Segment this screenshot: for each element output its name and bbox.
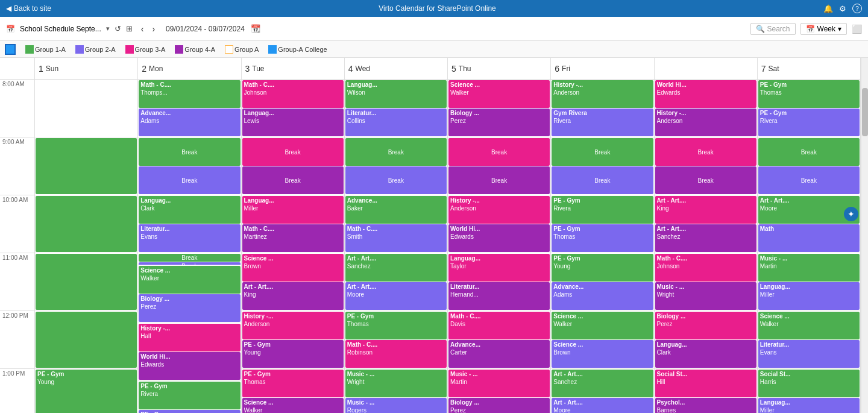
event-thu-8am-1[interactable]: Science ... Walker	[448, 80, 550, 108]
event-wed-break1b[interactable]: Break	[345, 166, 447, 194]
event-tue-10am-2[interactable]: Math - C.... Martinez	[242, 224, 344, 252]
event-sat-11am-1[interactable]: Music - ... Martin	[758, 254, 860, 282]
event-fri2-8am-2[interactable]: History -... Anderson	[655, 109, 756, 136]
event-tue-1pm-1[interactable]: PE - Gym Thomas	[242, 370, 344, 397]
week-selector[interactable]: 📅 Week ▾	[800, 23, 847, 35]
event-sat-8am-1[interactable]: PE - Gym Thomas	[758, 80, 860, 108]
event-fri-8am-1[interactable]: History -... Anderson	[552, 80, 653, 108]
event-thu-11am-1[interactable]: Languag... Taylor	[448, 254, 550, 282]
event-tue-8am-2[interactable]: Languag... Lewis	[242, 109, 344, 136]
event-mon-break1b[interactable]: Break	[139, 166, 240, 194]
next-button[interactable]: ›	[148, 23, 159, 35]
event-wed-8am-2[interactable]: Literatur... Collins	[345, 109, 447, 136]
event-fri-break1b[interactable]: Break	[552, 166, 653, 194]
event-fri2-11am-2[interactable]: Music - ... Wright	[655, 282, 756, 310]
prev-button[interactable]: ‹	[137, 23, 148, 35]
event-mon-1pm-1[interactable]: PE - Gym Rivera	[139, 382, 240, 409]
event-fri-8am-2[interactable]: Gym Rivera Rivera	[552, 109, 653, 136]
event-fri-1pm-1[interactable]: Art - Art.... Sanchez	[552, 370, 653, 397]
event-wed-1pm-2[interactable]: Music - ... Rogers	[345, 398, 447, 413]
bell-icon[interactable]: 🔔	[823, 4, 833, 13]
event-fri-10am-1[interactable]: PE - Gym Rivera	[552, 196, 653, 224]
event-wed-11am-1[interactable]: Art - Art.... Sanchez	[345, 254, 447, 282]
event-wed-12pm-1[interactable]: PE - Gym Thomas	[345, 312, 447, 339]
event-fri-12pm-2[interactable]: Science ... Brown	[552, 340, 653, 368]
event-fri2-break1[interactable]: Break	[655, 138, 756, 166]
event-fri2-1pm-2[interactable]: Psychol... Barnes	[655, 398, 756, 413]
event-wed-10am-1[interactable]: Advance... Baker	[345, 196, 447, 224]
event-fri2-10am-2[interactable]: Art - Art.... Sanchez	[655, 224, 756, 252]
event-sun-1pm-1[interactable]: PE - Gym Young	[36, 370, 137, 413]
calendar-picker-icon[interactable]: 📆	[251, 24, 260, 33]
refresh-icon[interactable]: ↺	[115, 24, 121, 33]
event-wed-12pm-2[interactable]: Math - C.... Robinson	[345, 340, 447, 368]
maximize-icon[interactable]: ⬜	[852, 24, 862, 34]
event-sat-8am-2[interactable]: PE - Gym Rivera	[758, 109, 860, 136]
event-mon-8am-2[interactable]: Advance... Adams	[139, 109, 240, 136]
event-thu-1pm-1[interactable]: Music - ... Martin	[448, 370, 550, 397]
event-wed-8am-1[interactable]: Languag... Wilson	[345, 80, 447, 108]
event-thu-8am-2[interactable]: Biology ... Perez	[448, 109, 550, 136]
event-mon-8am-1[interactable]: Math - C.... Thomps...	[139, 80, 240, 108]
event-fri-1pm-2[interactable]: Art - Art.... Moore	[552, 398, 653, 413]
event-tue-11am-2[interactable]: Art - Art.... King	[242, 282, 344, 310]
event-sat-1pm-1[interactable]: Social St... Harris	[758, 370, 860, 397]
help-icon[interactable]: ?	[852, 4, 862, 13]
event-sun-lunch[interactable]	[36, 312, 137, 368]
event-mon-10am-1[interactable]: Languag... Clark	[139, 196, 240, 224]
event-wed-1pm-1[interactable]: Music - ... Wright	[345, 370, 447, 397]
event-wed-11am-2[interactable]: Art - Art.... Moore	[345, 282, 447, 310]
event-wed-10am-2[interactable]: Math - C.... Smith	[345, 224, 447, 252]
event-thu-1pm-2[interactable]: Biology ... Perez	[448, 398, 550, 413]
back-to-site[interactable]: ◀ Back to site	[6, 4, 51, 13]
event-sat-1pm-2[interactable]: Languag... Miller	[758, 398, 860, 413]
event-wed-break1[interactable]: Break	[345, 138, 447, 166]
event-mon-11am-2[interactable]: Biology ... Perez	[139, 294, 240, 322]
event-tue-12pm-2[interactable]: PE - Gym Young	[242, 340, 344, 368]
event-tue-12pm-1[interactable]: History -... Anderson	[242, 312, 344, 339]
event-tue-break1[interactable]: Break	[242, 138, 344, 166]
event-thu-11am-2[interactable]: Literatur... Hernand...	[448, 282, 550, 310]
event-fri2-8am-1[interactable]: World Hi... Edwards	[655, 80, 756, 108]
event-mon-break2[interactable]: Break	[139, 254, 240, 262]
gear-icon[interactable]: ⚙	[839, 4, 846, 13]
event-fri2-1pm-1[interactable]: Social St... Hill	[655, 370, 756, 397]
event-sun-break1[interactable]	[36, 138, 137, 194]
event-tue-break1b[interactable]: Break	[242, 166, 344, 194]
event-fri-12pm-1[interactable]: Science ... Walker	[552, 312, 653, 339]
event-tue-1pm-2[interactable]: Science ... Walker	[242, 398, 344, 413]
event-thu-12pm-2[interactable]: Advance... Carter	[448, 340, 550, 368]
event-sat-break1[interactable]: Break	[758, 138, 860, 166]
event-sun-break2[interactable]	[36, 196, 137, 252]
event-fri2-break1b[interactable]: Break	[655, 166, 756, 194]
event-mon-11am-1[interactable]: Science ... Walker	[139, 266, 240, 294]
scrollbar[interactable]	[861, 58, 868, 413]
event-fri-11am-1[interactable]: PE - Gym Young	[552, 254, 653, 282]
event-thu-10am-2[interactable]: World Hi... Edwards	[448, 224, 550, 252]
event-sat-12pm-2[interactable]: Literatur... Evans	[758, 340, 860, 368]
event-mon-12pm-2[interactable]: World Hi... Edwards	[139, 352, 240, 380]
event-thu-10am-1[interactable]: History -... Anderson	[448, 196, 550, 224]
search-box[interactable]: 🔍 Search	[750, 23, 796, 35]
event-fri-11am-2[interactable]: Advance... Adams	[552, 282, 653, 310]
event-fri-10am-2[interactable]: PE - Gym Thomas	[552, 224, 653, 252]
event-tue-8am-1[interactable]: Math - C.... Johnson	[242, 80, 344, 108]
event-thu-break1[interactable]: Break	[448, 138, 550, 166]
event-fri2-11am-1[interactable]: Math - C.... Johnson	[655, 254, 756, 282]
event-sun-break3[interactable]	[36, 254, 137, 310]
event-fri2-12pm-2[interactable]: Languag... Clark	[655, 340, 756, 368]
event-fri2-10am-1[interactable]: Art - Art.... King	[655, 196, 756, 224]
scrollbar-thumb[interactable]	[862, 88, 868, 136]
event-sat-10am-2[interactable]: Math	[758, 224, 860, 252]
event-sat-11am-2[interactable]: Languag... Miller	[758, 282, 860, 310]
event-sat-12pm-1[interactable]: Science ... Walker	[758, 312, 860, 339]
event-mon-break1[interactable]: Break	[139, 138, 240, 166]
event-tue-11am-1[interactable]: Science ... Brown	[242, 254, 344, 282]
event-sat-break1b[interactable]: Break	[758, 166, 860, 194]
event-mon-12pm-1[interactable]: History -... Hall	[139, 324, 240, 352]
event-mon-1pm-2[interactable]: PE - Gym Thomas	[139, 410, 240, 413]
cal-dropdown-icon[interactable]: ▾	[106, 25, 110, 33]
ai-assist-button[interactable]: ✦	[844, 207, 858, 221]
event-fri2-12pm-1[interactable]: Biology ... Perez	[655, 312, 756, 339]
grid-view-icon[interactable]: ⊞	[126, 24, 133, 33]
